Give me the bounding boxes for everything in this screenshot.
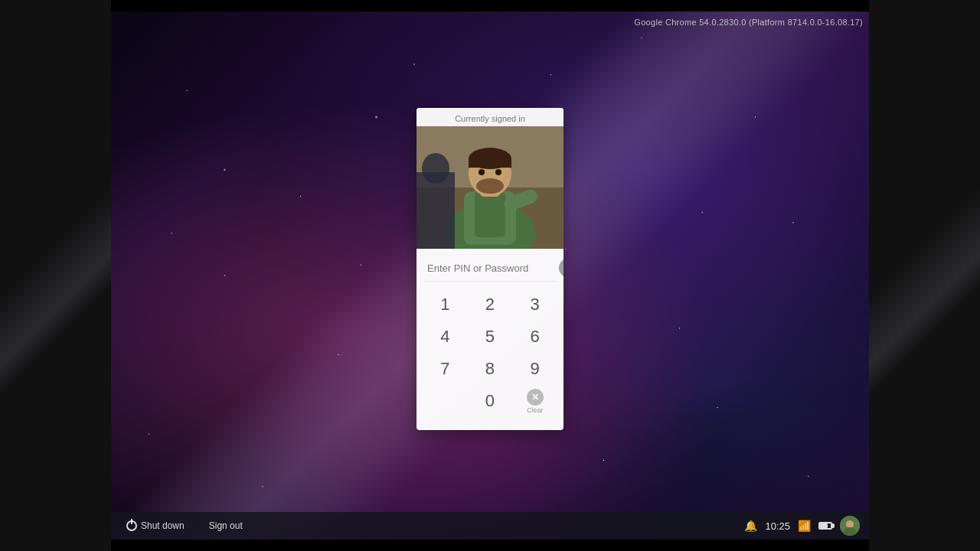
numpad-row-4: 0 ✕ Clear — [423, 386, 557, 416]
wifi-icon[interactable]: 📶 — [798, 520, 811, 532]
clear-icon: ✕ — [527, 389, 544, 406]
notification-icon[interactable]: 🔔 — [744, 520, 757, 532]
key-4[interactable]: 4 — [427, 321, 462, 352]
pin-input-container[interactable] — [424, 255, 556, 282]
clear-label: Clear — [527, 406, 544, 414]
left-glare — [0, 0, 111, 551]
svg-point-9 — [476, 178, 504, 194]
taskbar-left: Shut down Sign out — [120, 517, 744, 534]
taskbar: Shut down Sign out 🔔 10:25 📶 — [111, 512, 869, 540]
version-info: Google Chrome 54.0.2830.0 (Platform 8714… — [634, 18, 863, 27]
shutdown-icon — [126, 520, 137, 531]
screen: Google Chrome 54.0.2830.0 (Platform 8714… — [111, 11, 869, 540]
key-0[interactable]: 0 — [472, 386, 508, 416]
shutdown-button[interactable]: Shut down — [120, 517, 191, 534]
svg-point-16 — [846, 520, 854, 528]
numpad: 1 2 3 4 5 6 7 8 9 0 ✕ Clear — [416, 285, 564, 421]
profile-photo — [416, 126, 564, 249]
key-2[interactable]: 2 — [472, 289, 508, 320]
right-glare — [869, 0, 980, 551]
avatar-svg — [840, 516, 860, 536]
taskbar-avatar[interactable] — [840, 516, 860, 536]
sign-out-button[interactable]: Sign out — [203, 517, 249, 534]
key-8[interactable]: 8 — [472, 354, 508, 384]
battery-icon[interactable] — [818, 522, 832, 530]
svg-point-11 — [495, 169, 501, 175]
svg-rect-8 — [469, 158, 511, 168]
key-6[interactable]: 6 — [518, 321, 553, 352]
svg-point-14 — [422, 153, 449, 184]
signed-in-label: Currently signed in — [416, 108, 564, 126]
profile-svg — [416, 126, 564, 249]
clear-button[interactable]: ✕ Clear — [518, 386, 553, 416]
profile-photo-inner — [416, 126, 564, 249]
key-7[interactable]: 7 — [427, 354, 462, 384]
numpad-row-2: 4 5 6 — [423, 321, 557, 352]
key-3[interactable]: 3 — [518, 289, 553, 320]
device-left-bar — [0, 0, 111, 551]
pin-input[interactable] — [424, 261, 559, 276]
sign-out-label: Sign out — [209, 520, 243, 531]
device-right-bar — [869, 0, 980, 551]
key-5[interactable]: 5 — [472, 321, 508, 352]
numpad-row-1: 1 2 3 — [423, 289, 557, 320]
key-9[interactable]: 9 — [518, 354, 553, 384]
svg-rect-4 — [475, 191, 505, 237]
key-1[interactable]: 1 — [427, 289, 462, 320]
taskbar-right: 🔔 10:25 📶 — [744, 516, 860, 536]
lock-dialog: Currently signed in — [416, 108, 564, 430]
svg-point-10 — [479, 169, 485, 175]
battery-fill — [820, 523, 828, 528]
shutdown-label: Shut down — [141, 520, 185, 531]
clock: 10:25 — [765, 520, 790, 532]
numpad-row-3: 7 8 9 — [423, 354, 557, 384]
submit-button[interactable] — [559, 258, 564, 278]
